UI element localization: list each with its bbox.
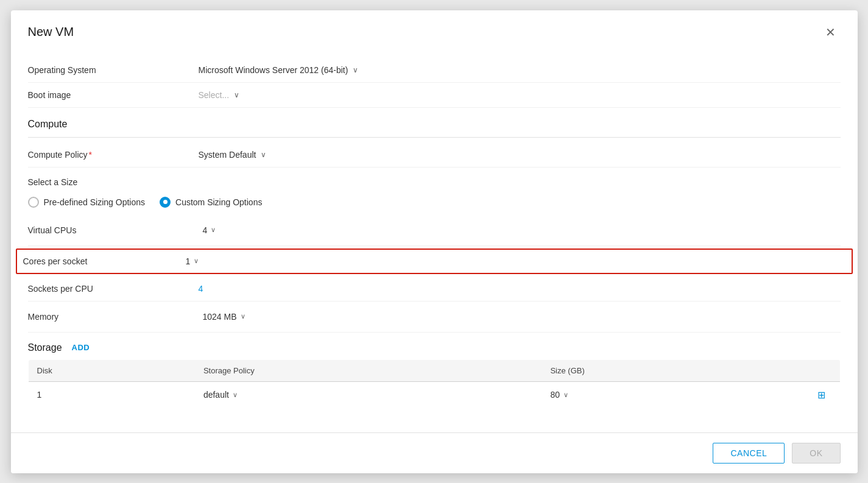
boot-image-label: Boot image	[28, 90, 199, 100]
memory-row: Memory 1024 MB ∨	[28, 301, 841, 333]
predefined-radio-label: Pre-defined Sizing Options	[44, 197, 146, 207]
memory-chevron-icon: ∨	[241, 312, 245, 320]
compute-policy-row: Compute Policy* System Default ∨	[28, 143, 841, 167]
storage-policy-cell: default ∨	[195, 381, 542, 408]
cores-per-socket-value: 1	[186, 256, 191, 266]
select-size-label: Select a Size	[28, 167, 841, 191]
disk-edit-icon[interactable]: ⊞	[817, 390, 825, 400]
bottom-spacer	[28, 409, 841, 421]
col-storage-policy: Storage Policy	[195, 359, 542, 381]
cancel-button[interactable]: CANCEL	[713, 443, 785, 464]
dialog-title: New VM	[28, 25, 74, 39]
policy-select[interactable]: default ∨	[203, 390, 534, 400]
operating-system-row: Operating System Microsoft Windows Serve…	[28, 58, 841, 83]
compute-divider	[28, 137, 841, 138]
policy-value: default	[203, 390, 229, 400]
col-disk: Disk	[28, 359, 195, 381]
storage-add-button[interactable]: ADD	[72, 343, 90, 352]
predefined-radio-circle	[28, 197, 39, 208]
vcpu-row: Virtual CPUs 4 ∨	[28, 215, 841, 246]
action-cell: ⊞	[803, 381, 840, 408]
memory-value: 1024 MB	[203, 312, 237, 322]
storage-table: Disk Storage Policy Size (GB) 1 default …	[28, 359, 841, 409]
cores-per-socket-select[interactable]: 1 ∨	[182, 253, 203, 269]
sockets-per-cpu-row: Sockets per CPU 4	[28, 277, 841, 301]
size-gb-cell: 80 ∨	[542, 381, 803, 408]
ok-button: OK	[792, 443, 840, 464]
predefined-radio-option[interactable]: Pre-defined Sizing Options	[28, 197, 146, 208]
boot-image-control: Select... ∨	[199, 90, 841, 100]
operating-system-control: Microsoft Windows Server 2012 (64-bit) ∨	[199, 65, 841, 75]
boot-image-row: Boot image Select... ∨	[28, 83, 841, 108]
size-gb-value: 80	[550, 390, 560, 400]
boot-image-select[interactable]: Select... ∨	[199, 90, 381, 100]
dialog-body: Operating System Microsoft Windows Serve…	[11, 52, 858, 432]
policy-chevron-icon: ∨	[233, 391, 238, 399]
vcpu-chevron-icon: ∨	[211, 226, 216, 234]
col-action	[803, 359, 840, 381]
compute-policy-control: System Default ∨	[199, 150, 841, 160]
sockets-per-cpu-label: Sockets per CPU	[28, 284, 199, 294]
sockets-per-cpu-value: 4	[199, 284, 203, 294]
dialog-footer: CANCEL OK	[11, 432, 858, 473]
memory-control: 1024 MB ∨	[199, 309, 841, 325]
boot-image-placeholder: Select...	[199, 90, 230, 100]
vcpu-value: 4	[203, 225, 208, 235]
cores-chevron-icon: ∨	[194, 257, 199, 265]
vcpu-control: 4 ∨	[199, 222, 841, 238]
sockets-per-cpu-control: 4	[199, 284, 841, 294]
custom-radio-label: Custom Sizing Options	[175, 197, 262, 207]
cores-highlight-wrapper: Cores per socket 1 ∨	[22, 249, 847, 274]
compute-policy-select[interactable]: System Default ∨	[199, 150, 381, 160]
os-chevron-icon: ∨	[353, 66, 358, 74]
size-gb-select[interactable]: 80 ∨	[550, 390, 795, 400]
compute-policy-chevron-icon: ∨	[261, 150, 266, 159]
compute-policy-value: System Default	[199, 150, 256, 160]
size-radio-group: Pre-defined Sizing Options Custom Sizing…	[28, 191, 841, 215]
close-button[interactable]: ✕	[820, 23, 841, 42]
vcpu-select[interactable]: 4 ∨	[199, 222, 221, 238]
boot-image-chevron-icon: ∨	[234, 91, 239, 99]
compute-section-title: Compute	[28, 108, 841, 135]
custom-radio-circle	[160, 197, 171, 208]
compute-policy-required: *	[89, 150, 92, 160]
storage-section-title: Storage	[28, 342, 62, 353]
custom-radio-option[interactable]: Custom Sizing Options	[160, 197, 262, 208]
size-gb-chevron-icon: ∨	[563, 391, 568, 399]
table-row: 1 default ∨ 80 ∨ ⊞	[28, 381, 840, 408]
operating-system-select[interactable]: Microsoft Windows Server 2012 (64-bit) ∨	[199, 65, 381, 75]
memory-select[interactable]: 1024 MB ∨	[199, 309, 250, 325]
operating-system-value: Microsoft Windows Server 2012 (64-bit)	[199, 65, 348, 75]
storage-table-header: Disk Storage Policy Size (GB)	[28, 359, 840, 381]
compute-policy-label: Compute Policy*	[28, 150, 199, 160]
dialog-header: New VM ✕	[11, 10, 858, 52]
cores-per-socket-label: Cores per socket	[23, 256, 182, 266]
storage-header: Storage ADD	[28, 333, 841, 359]
disk-cell: 1	[28, 381, 195, 408]
col-size-gb: Size (GB)	[542, 359, 803, 381]
cores-per-socket-row: Cores per socket 1 ∨	[16, 249, 853, 274]
operating-system-label: Operating System	[28, 65, 199, 75]
new-vm-dialog: New VM ✕ Operating System Microsoft Wind…	[11, 10, 858, 473]
memory-label: Memory	[28, 312, 199, 322]
vcpu-label: Virtual CPUs	[28, 225, 199, 235]
cores-per-socket-control: 1 ∨	[182, 253, 845, 269]
